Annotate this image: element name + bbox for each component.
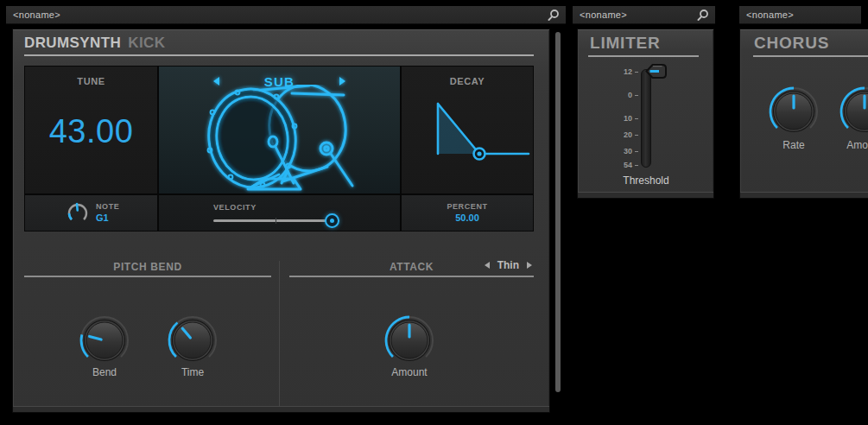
velocity-label: VELOCITY [213,203,257,212]
threshold-scale-mark: 30 [624,147,638,155]
threshold-slider-handle[interactable] [644,62,668,84]
plugin-rack: <noname> DRUMSYNTH KICK TUNE 43.00 SUB [0,0,868,425]
chorus-title: CHORUS [754,34,829,53]
title-underline [24,54,534,56]
velocity-slider-handle[interactable] [325,213,339,228]
search-icon[interactable] [695,8,709,22]
percent-value[interactable]: 50.00 [402,212,533,223]
chorus-titlebar[interactable]: <noname> [739,6,861,24]
plugin-name: DRUMSYNTH [24,35,121,52]
limiter-preset-name[interactable]: <noname> [573,10,627,20]
magnifier-glyph [547,9,560,22]
chorus-amount-knob-label: Amount [826,139,868,151]
velocity-slider-track[interactable] [213,219,339,222]
time-knob[interactable] [166,314,219,367]
threshold-scale-mark: 10 [624,114,638,123]
note-strip: NOTE G1 [24,194,158,232]
amount-knob-label: Amount [371,366,448,378]
section-divider [279,261,280,407]
plugin-title: DRUMSYNTH KICK [24,33,165,54]
limiter-title: LIMITER [590,34,661,53]
attack-mode-selector[interactable]: Thin [485,259,532,271]
bend-knob-label: Bend [66,366,143,378]
chorus-preset-name[interactable]: <noname> [739,10,794,20]
threshold-scale: 12010203054 [593,64,638,168]
drumsynth-preset-name[interactable]: <noname> [6,10,60,20]
pitch-bend-underline [24,276,271,277]
velocity-slider-notch [276,218,276,224]
kick-drum-art [199,85,363,193]
attack-underline [289,276,534,277]
limiter-titlebar[interactable]: <noname> [573,6,715,24]
note-knob[interactable] [65,200,91,226]
vertical-scrollbar[interactable] [555,32,561,392]
time-knob-label: Time [154,366,231,378]
tune-value[interactable]: 43.00 [25,113,157,150]
bend-knob[interactable] [78,314,131,367]
prev-mode-arrow-icon[interactable] [485,262,490,269]
chorus-window: CHORUS Rate Amount [739,29,868,199]
rate-knob-label: Rate [755,139,833,151]
decay-panel: DECAY [401,66,534,194]
percent-strip: PERCENT 50.00 [401,194,534,232]
plugin-subtitle: KICK [128,35,165,52]
chorus-amount-knob[interactable] [838,85,868,138]
drumsynth-window: DRUMSYNTH KICK TUNE 43.00 SUB [12,29,550,413]
chorus-underline [753,55,868,57]
rate-knob[interactable] [767,85,820,138]
threshold-slider-track[interactable] [641,69,651,168]
limiter-underline [588,55,699,57]
note-label: NOTE [96,202,119,211]
threshold-label: Threshold [599,174,694,187]
threshold-scale-mark: 0 [628,91,638,99]
drumsynth-titlebar[interactable]: <noname> [6,6,566,24]
threshold-scale-mark: 20 [624,130,638,139]
tune-panel: TUNE 43.00 [24,66,158,194]
threshold-scale-mark: 54 [624,161,638,169]
threshold-scale-mark: 12 [624,67,638,76]
limiter-window: LIMITER 12010203054 Threshold [577,29,714,199]
decay-envelope[interactable] [402,67,533,193]
note-readout: NOTE G1 [96,202,119,223]
amount-knob[interactable] [383,314,436,367]
engine-panel: SUB [158,66,401,194]
percent-label: PERCENT [402,202,533,211]
pitch-bend-title: PITCH BEND [24,261,271,273]
velocity-strip: VELOCITY [158,194,401,232]
search-icon[interactable] [546,8,560,22]
note-value[interactable]: G1 [96,212,119,223]
magnifier-glyph [696,9,709,22]
tune-label: TUNE [25,76,157,86]
next-mode-arrow-icon[interactable] [527,262,532,269]
attack-mode-value[interactable]: Thin [497,259,519,271]
